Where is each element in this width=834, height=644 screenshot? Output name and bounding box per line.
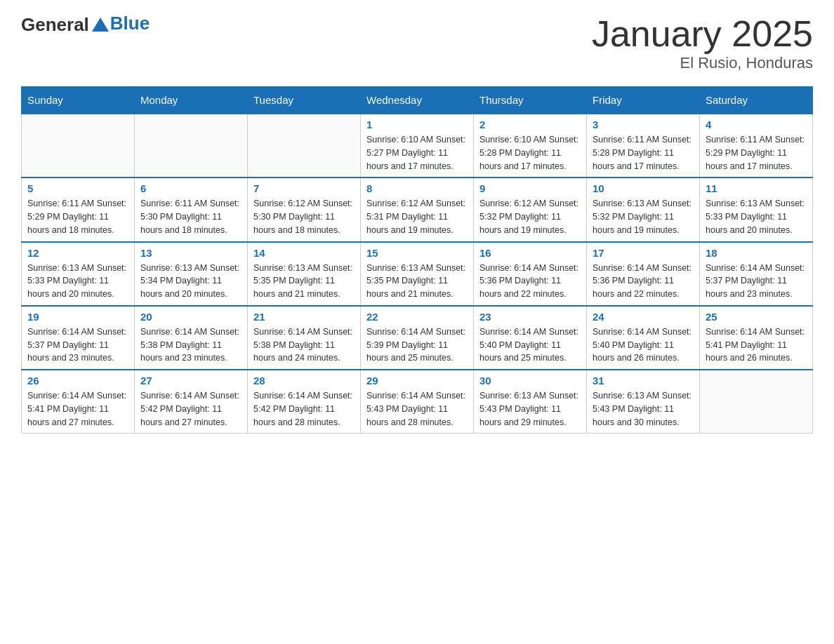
calendar-cell: 15Sunrise: 6:13 AM Sunset: 5:35 PM Dayli… [361,242,474,306]
header-friday: Friday [587,87,700,114]
day-info: Sunrise: 6:14 AM Sunset: 5:40 PM Dayligh… [479,326,581,365]
day-number: 21 [253,311,355,323]
calendar-cell: 19Sunrise: 6:14 AM Sunset: 5:37 PM Dayli… [22,306,135,370]
page-header: General Blue January 2025 El Rusio, Hond… [21,14,813,72]
day-number: 19 [27,311,128,323]
calendar-cell: 29Sunrise: 6:14 AM Sunset: 5:43 PM Dayli… [361,370,474,434]
day-info: Sunrise: 6:14 AM Sunset: 5:36 PM Dayligh… [479,262,581,301]
day-number: 17 [593,247,694,259]
day-number: 29 [366,375,468,387]
day-number: 10 [593,182,694,194]
day-info: Sunrise: 6:12 AM Sunset: 5:32 PM Dayligh… [479,197,581,236]
header-tuesday: Tuesday [248,87,361,114]
calendar-cell: 23Sunrise: 6:14 AM Sunset: 5:40 PM Dayli… [474,306,587,370]
week-row-3: 12Sunrise: 6:13 AM Sunset: 5:33 PM Dayli… [22,242,813,306]
logo-triangle-icon [91,16,110,33]
calendar-cell: 7Sunrise: 6:12 AM Sunset: 5:30 PM Daylig… [248,177,361,241]
day-number: 14 [253,247,355,259]
calendar-cell: 14Sunrise: 6:13 AM Sunset: 5:35 PM Dayli… [248,242,361,306]
calendar-cell: 1Sunrise: 6:10 AM Sunset: 5:27 PM Daylig… [361,114,474,177]
day-info: Sunrise: 6:13 AM Sunset: 5:43 PM Dayligh… [593,389,694,429]
day-number: 7 [253,182,355,194]
day-info: Sunrise: 6:14 AM Sunset: 5:43 PM Dayligh… [366,389,468,429]
day-number: 13 [140,247,241,259]
day-info: Sunrise: 6:14 AM Sunset: 5:36 PM Dayligh… [593,262,694,301]
header-wednesday: Wednesday [361,87,474,114]
calendar-cell: 3Sunrise: 6:11 AM Sunset: 5:28 PM Daylig… [587,114,700,177]
calendar-cell: 20Sunrise: 6:14 AM Sunset: 5:38 PM Dayli… [135,306,248,370]
calendar-title: January 2025 [592,14,813,54]
day-number: 16 [479,247,581,259]
day-info: Sunrise: 6:14 AM Sunset: 5:41 PM Dayligh… [706,326,807,365]
day-info: Sunrise: 6:14 AM Sunset: 5:41 PM Dayligh… [27,389,128,429]
calendar-cell [135,114,248,177]
day-info: Sunrise: 6:13 AM Sunset: 5:35 PM Dayligh… [253,262,355,301]
day-number: 5 [27,182,128,194]
calendar-cell: 21Sunrise: 6:14 AM Sunset: 5:38 PM Dayli… [248,306,361,370]
day-number: 24 [593,311,694,323]
calendar-cell [700,370,813,434]
calendar-cell: 30Sunrise: 6:13 AM Sunset: 5:43 PM Dayli… [474,370,587,434]
svg-marker-0 [92,18,109,32]
day-info: Sunrise: 6:12 AM Sunset: 5:31 PM Dayligh… [366,197,468,236]
day-number: 1 [366,119,468,130]
logo: General Blue [21,14,150,36]
calendar-cell: 24Sunrise: 6:14 AM Sunset: 5:40 PM Dayli… [587,306,700,370]
calendar-cell: 16Sunrise: 6:14 AM Sunset: 5:36 PM Dayli… [474,242,587,306]
week-row-4: 19Sunrise: 6:14 AM Sunset: 5:37 PM Dayli… [22,306,813,370]
week-row-1: 1Sunrise: 6:10 AM Sunset: 5:27 PM Daylig… [22,114,813,177]
day-number: 26 [27,375,128,387]
day-info: Sunrise: 6:13 AM Sunset: 5:35 PM Dayligh… [366,262,468,301]
day-info: Sunrise: 6:13 AM Sunset: 5:33 PM Dayligh… [27,262,128,301]
calendar-cell: 31Sunrise: 6:13 AM Sunset: 5:43 PM Dayli… [587,370,700,434]
week-row-5: 26Sunrise: 6:14 AM Sunset: 5:41 PM Dayli… [22,370,813,434]
calendar-cell: 9Sunrise: 6:12 AM Sunset: 5:32 PM Daylig… [474,177,587,241]
day-info: Sunrise: 6:14 AM Sunset: 5:37 PM Dayligh… [27,326,128,365]
day-number: 22 [366,311,468,323]
calendar-cell [248,114,361,177]
day-number: 11 [706,182,807,194]
calendar-cell: 6Sunrise: 6:11 AM Sunset: 5:30 PM Daylig… [135,177,248,241]
day-info: Sunrise: 6:11 AM Sunset: 5:30 PM Dayligh… [140,197,241,236]
calendar-cell: 17Sunrise: 6:14 AM Sunset: 5:36 PM Dayli… [587,242,700,306]
day-info: Sunrise: 6:14 AM Sunset: 5:40 PM Dayligh… [593,326,694,365]
calendar-cell: 18Sunrise: 6:14 AM Sunset: 5:37 PM Dayli… [700,242,813,306]
header-saturday: Saturday [700,87,813,114]
day-number: 18 [706,247,807,259]
day-info: Sunrise: 6:14 AM Sunset: 5:37 PM Dayligh… [706,262,807,301]
calendar-cell [22,114,135,177]
day-number: 28 [253,375,355,387]
day-number: 2 [479,119,581,130]
day-number: 20 [140,311,241,323]
calendar-subtitle: El Rusio, Honduras [592,54,813,72]
header-thursday: Thursday [474,87,587,114]
day-info: Sunrise: 6:13 AM Sunset: 5:33 PM Dayligh… [706,197,807,236]
logo-general-text: General [21,14,89,36]
day-info: Sunrise: 6:14 AM Sunset: 5:39 PM Dayligh… [366,326,468,365]
day-number: 25 [706,311,807,323]
header-row: Sunday Monday Tuesday Wednesday Thursday… [22,87,813,114]
day-number: 3 [593,119,694,130]
day-number: 30 [479,375,581,387]
calendar-cell: 28Sunrise: 6:14 AM Sunset: 5:42 PM Dayli… [248,370,361,434]
calendar-cell: 26Sunrise: 6:14 AM Sunset: 5:41 PM Dayli… [22,370,135,434]
calendar-cell: 12Sunrise: 6:13 AM Sunset: 5:33 PM Dayli… [22,242,135,306]
calendar-cell: 2Sunrise: 6:10 AM Sunset: 5:28 PM Daylig… [474,114,587,177]
calendar-cell: 22Sunrise: 6:14 AM Sunset: 5:39 PM Dayli… [361,306,474,370]
header-sunday: Sunday [22,87,135,114]
day-number: 6 [140,182,241,194]
calendar-cell: 11Sunrise: 6:13 AM Sunset: 5:33 PM Dayli… [700,177,813,241]
day-number: 4 [706,119,807,130]
day-info: Sunrise: 6:13 AM Sunset: 5:32 PM Dayligh… [593,197,694,236]
day-info: Sunrise: 6:10 AM Sunset: 5:28 PM Dayligh… [479,133,581,173]
calendar-cell: 25Sunrise: 6:14 AM Sunset: 5:41 PM Dayli… [700,306,813,370]
calendar-cell: 8Sunrise: 6:12 AM Sunset: 5:31 PM Daylig… [361,177,474,241]
day-info: Sunrise: 6:14 AM Sunset: 5:42 PM Dayligh… [253,389,355,429]
day-info: Sunrise: 6:13 AM Sunset: 5:43 PM Dayligh… [479,389,581,429]
day-info: Sunrise: 6:14 AM Sunset: 5:38 PM Dayligh… [140,326,241,365]
week-row-2: 5Sunrise: 6:11 AM Sunset: 5:29 PM Daylig… [22,177,813,241]
day-info: Sunrise: 6:14 AM Sunset: 5:42 PM Dayligh… [140,389,241,429]
calendar-cell: 4Sunrise: 6:11 AM Sunset: 5:29 PM Daylig… [700,114,813,177]
day-info: Sunrise: 6:11 AM Sunset: 5:29 PM Dayligh… [27,197,128,236]
title-block: January 2025 El Rusio, Honduras [592,14,813,72]
